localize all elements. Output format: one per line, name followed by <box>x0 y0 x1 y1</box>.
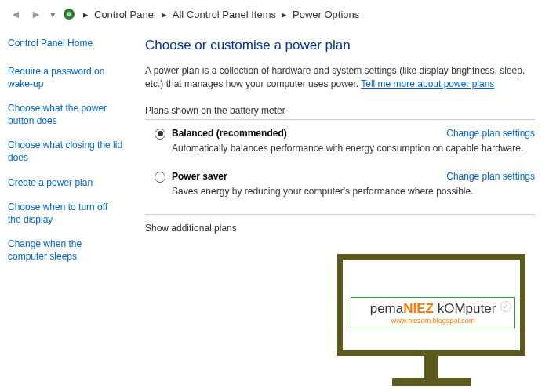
breadcrumb-item[interactable]: Power Options <box>293 9 359 20</box>
divider <box>145 214 535 215</box>
breadcrumb[interactable]: ▸ Control Panel ▸ All Control Panel Item… <box>81 9 359 20</box>
power-plan-power-saver: Power saver Change plan settings Saves e… <box>145 171 535 197</box>
change-plan-settings-link[interactable]: Change plan settings <box>446 171 535 182</box>
plan-description: Automatically balances performance with … <box>172 143 535 154</box>
radio-power-saver[interactable] <box>155 172 165 183</box>
address-bar: ◄ ► ▾ ▸ Control Panel ▸ All Control Pane… <box>0 0 549 28</box>
back-arrow-icon[interactable]: ◄ <box>8 6 24 22</box>
divider <box>145 119 535 120</box>
control-panel-icon <box>62 7 76 21</box>
forward-arrow-icon[interactable]: ► <box>28 6 44 22</box>
breadcrumb-item[interactable]: Control Panel <box>94 9 156 20</box>
breadcrumb-item[interactable]: All Control Panel Items <box>173 9 276 20</box>
power-plan-balanced: Balanced (recommended) Change plan setti… <box>145 128 535 154</box>
page-description: A power plan is a collection of hardware… <box>145 64 535 91</box>
plan-name[interactable]: Balanced (recommended) <box>172 128 446 139</box>
plans-section-label: Plans shown on the battery meter <box>145 105 535 116</box>
change-plan-settings-link[interactable]: Change plan settings <box>446 128 535 139</box>
chevron-right-icon: ▸ <box>282 9 287 20</box>
svg-point-1 <box>67 12 71 16</box>
page-title: Choose or customise a power plan <box>145 38 535 53</box>
main-panel: Choose or customise a power plan A power… <box>129 28 549 389</box>
learn-more-link[interactable]: Tell me more about power plans <box>361 78 494 89</box>
sidebar-link-password-wakeup[interactable]: Require a password on wake-up <box>8 66 123 90</box>
sidebar-link-power-button[interactable]: Choose what the power button does <box>8 103 123 127</box>
radio-balanced[interactable] <box>155 129 165 140</box>
show-additional-plans[interactable]: Show additional plans <box>145 223 535 234</box>
sidebar-link-turn-off-display[interactable]: Choose when to turn off the display <box>8 201 123 226</box>
chevron-right-icon: ▸ <box>83 9 89 20</box>
sidebar-link-computer-sleeps[interactable]: Change when the computer sleeps <box>8 238 123 263</box>
plan-description: Saves energy by reducing your computer's… <box>172 186 535 197</box>
chevron-right-icon: ▸ <box>162 9 167 20</box>
sidebar-link-create-plan[interactable]: Create a power plan <box>8 177 123 190</box>
sidebar-link-closing-lid[interactable]: Choose what closing the lid does <box>8 140 123 164</box>
plan-name[interactable]: Power saver <box>172 171 446 182</box>
sidebar: Control Panel Home Require a password on… <box>0 28 129 389</box>
control-panel-home-link[interactable]: Control Panel Home <box>8 38 123 49</box>
